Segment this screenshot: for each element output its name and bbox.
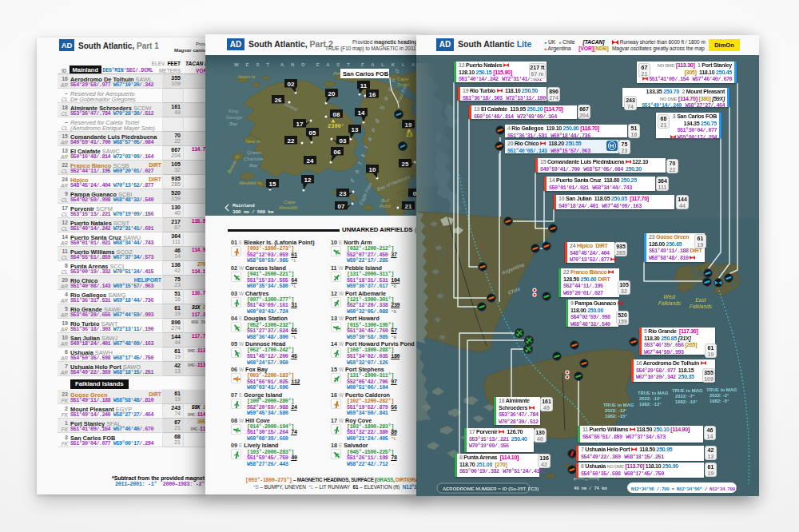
svg-text:AERODROME NUMBER = ID (Su-25T,: AERODROME NUMBER = ID (Su-25T, FC3) — [443, 486, 539, 491]
svg-text:2300’: 2300’ — [328, 123, 344, 129]
svg-text:300 nm / 560 km: 300 nm / 560 km — [233, 209, 274, 215]
svg-text:TRUE to MAG: TRUE to MAG — [603, 403, 634, 407]
svg-text:15: 15 — [269, 181, 276, 188]
svg-text:Charlotte: Charlotte — [244, 157, 264, 161]
svg-text:TRUE to MAG: TRUE to MAG — [672, 388, 703, 393]
svg-text:1982: -15°: 1982: -15° — [605, 414, 627, 419]
svg-text:06: 06 — [334, 149, 341, 156]
svg-text:11: 11 — [360, 82, 368, 89]
svg-text:New Is.: New Is. — [245, 139, 261, 144]
svg-text:1982: -13°: 1982: -13° — [639, 402, 662, 407]
svg-text:08: 08 — [333, 111, 340, 118]
svg-text:16: 16 — [369, 91, 376, 98]
svg-text:14: 14 — [358, 109, 365, 117]
svg-text:Mainland: Mainland — [233, 203, 255, 208]
svg-text:2022: -12°: 2022: -12° — [605, 408, 627, 413]
svg-text:26: 26 — [275, 97, 282, 104]
svg-text:2022: -10°: 2022: -10° — [639, 396, 662, 401]
svg-text:Meredith: Meredith — [279, 205, 298, 210]
svg-text:Bay: Bay — [229, 121, 238, 126]
svg-text:TRUE to MAG: TRUE to MAG — [638, 391, 669, 395]
svg-text:Cape: Cape — [397, 77, 409, 81]
svg-text:24: 24 — [307, 157, 314, 165]
svg-text:1982: -10°: 1982: -10° — [675, 399, 698, 404]
svg-text:East: East — [695, 297, 706, 303]
svg-text:TRUE to MAG: TRUE to MAG — [706, 387, 737, 392]
svg-text:25: 25 — [402, 161, 409, 168]
svg-text:Point: Point — [380, 204, 391, 208]
svg-text:03: 03 — [340, 137, 347, 145]
svg-text:1982: -5°: 1982: -5° — [710, 399, 729, 403]
svg-text:Jason Is.: Jason Is. — [237, 74, 256, 79]
svg-text:13: 13 — [352, 126, 359, 133]
svg-text:17: 17 — [296, 121, 304, 128]
svg-text:19: 19 — [405, 121, 412, 129]
svg-text:07: 07 — [338, 203, 345, 210]
svg-text:23: 23 — [406, 132, 412, 138]
svg-text:King: King — [229, 109, 239, 113]
svg-text:05: 05 — [309, 129, 316, 137]
svg-text:George: George — [226, 115, 243, 120]
svg-text:Bull: Bull — [381, 198, 390, 203]
svg-text:Queen: Queen — [247, 150, 262, 155]
svg-text:Falklands: Falklands — [658, 300, 682, 306]
svg-text:West: West — [664, 294, 677, 300]
svg-text:Falklands: Falklands — [690, 304, 713, 309]
svg-text:12: 12 — [304, 177, 312, 184]
svg-text:2022: -7°: 2022: -7° — [675, 394, 695, 399]
svg-text:Bay: Bay — [249, 163, 258, 168]
svg-text:2022: -2°: 2022: -2° — [710, 393, 729, 398]
svg-text:Cape: Cape — [284, 200, 296, 204]
svg-text:21: 21 — [405, 203, 412, 210]
svg-text:22: 22 — [288, 137, 295, 145]
svg-text:Weddell Is.: Weddell Is. — [239, 181, 263, 185]
svg-text:02: 02 — [288, 81, 295, 88]
svg-text:San Carlos FOB: San Carlos FOB — [343, 70, 389, 77]
svg-text:40 nm / 74 km: 40 nm / 74 km — [574, 486, 607, 491]
svg-text:10: 10 — [369, 166, 376, 173]
svg-text:N12°34’56 /.789 = N12°34’56” /: N12°34’56 /.789 = N12°34’56” / N12°34.78… — [631, 486, 737, 492]
svg-text:20: 20 — [328, 90, 336, 97]
svg-text:23: 23 — [340, 190, 347, 197]
